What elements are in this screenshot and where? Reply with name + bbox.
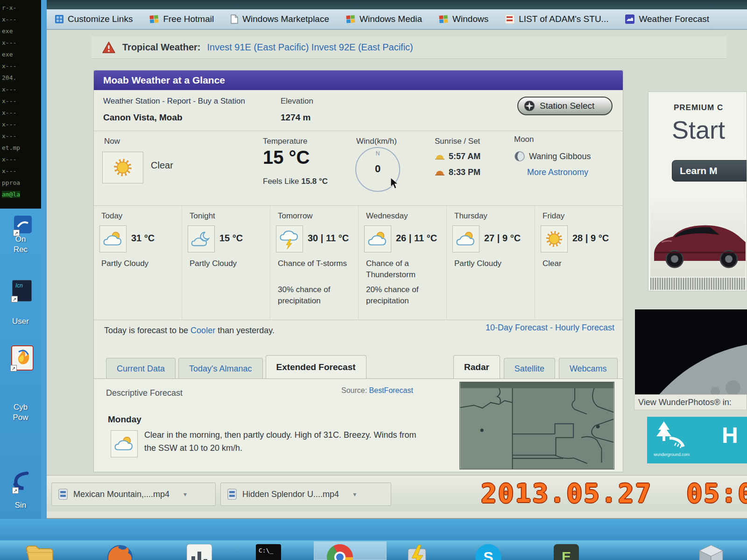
sunny-icon [113, 157, 133, 178]
card-title: Moab Weather at a Glance [94, 70, 623, 90]
desktop-icon-user[interactable]: Icn ↗ [12, 280, 32, 301]
descriptive-forecast-label: Descriptive Forecast [106, 388, 183, 398]
moon-phase-row: Waning Gibbous [514, 151, 591, 162]
station-links[interactable]: Weather Station - Report - Buy a Station [103, 97, 245, 106]
bookmark-list-of-adams[interactable]: LIST of ADAM's STU... [505, 14, 608, 24]
premium-ad-panel: PREMIUM C Start Learn M [648, 91, 747, 291]
alert-storm-links[interactable]: Invest 91E (East Pacific) Invest 92E (Ea… [207, 42, 413, 53]
windows-flag-icon [346, 14, 355, 24]
partly-cloudy-night-icon [188, 225, 215, 252]
utility-lightning-icon[interactable] [405, 544, 429, 560]
desktop-icon-onrec[interactable]: ↗ [14, 216, 32, 235]
forecast-links: 10-Day Forecast - Hourly Forecast [486, 323, 614, 333]
terminal-window[interactable]: r-x- x--- exe x--- exe x--- 204. x--- x-… [0, 0, 41, 209]
radar-map[interactable] [459, 382, 614, 469]
forecast-cell-tonight[interactable]: Tonight 15 °C Partly Cloudy [182, 206, 270, 320]
station-select-button[interactable]: Station Select [517, 97, 613, 115]
wunderground-logo-icon [654, 420, 688, 449]
current-temperature: 15 °C [263, 147, 310, 168]
cube-app-icon[interactable] [698, 544, 724, 560]
moon-phase-text: Waning Gibbous [529, 152, 591, 161]
terminal-icon[interactable]: C:\_ [256, 544, 281, 560]
firefox-icon[interactable] [106, 544, 134, 560]
wunderground-favicon [625, 14, 634, 24]
wunderground-ad[interactable]: wunderground.com H [647, 417, 747, 463]
partly-cloudy-day-icon [364, 225, 391, 252]
learn-more-button[interactable]: Learn M [672, 160, 747, 182]
cooler-link[interactable]: Cooler [190, 326, 215, 335]
terminal-prompt: am@la [2, 191, 20, 198]
moon-label: Moon [514, 135, 534, 144]
bookmark-windows-marketplace[interactable]: Windows Marketplace [231, 14, 329, 24]
view-wunderphotos-link[interactable]: View WunderPhotos® in: [634, 394, 747, 410]
wind-value: 0 [356, 163, 399, 175]
bookmark-free-hotmail[interactable]: Free Hotmail [149, 14, 214, 24]
bookmark-customize-links[interactable]: Customize Links [55, 14, 133, 24]
current-conditions: Now Clear Temperature 15 °C Feels Like 1… [94, 131, 623, 206]
descriptive-forecast-text: Clear in the morning, then partly cloudy… [144, 428, 420, 455]
browser-toolbar-edge [47, 0, 747, 9]
wunderphoto-moon-image[interactable] [635, 309, 747, 394]
desktop-icon-label[interactable]: On Rec [0, 234, 41, 255]
forecast-day-heading: Monday [108, 414, 141, 425]
wunderground-logo-text: wunderground.com [654, 452, 690, 457]
warning-icon [102, 41, 116, 54]
desktop-icon-label[interactable]: User [0, 316, 41, 327]
wind-label: Wind(km/h) [356, 137, 397, 146]
bookmark-weather-forecast[interactable]: Weather Forecast [625, 14, 709, 24]
windows-flag-icon [149, 14, 159, 24]
tab-webcams[interactable]: Webcams [559, 358, 618, 378]
folder-icon[interactable] [26, 544, 54, 560]
current-condition-iconbox [102, 152, 143, 183]
alert-label: Tropical Weather: [122, 42, 200, 53]
bookmark-windows-media[interactable]: Windows Media [346, 14, 422, 24]
sunrise-row: 5:57 AM [435, 152, 480, 161]
ten-day-forecast-link[interactable]: 10-Day Forecast [486, 323, 548, 332]
video-file-icon [227, 489, 237, 500]
shortcut-arrow-icon: ↗ [11, 296, 18, 302]
page-icon [231, 14, 238, 24]
elevation-value: 1274 m [281, 112, 310, 123]
download-item[interactable]: Hidden Splendor U....mp4 [220, 483, 391, 506]
wind-direction: N [356, 150, 399, 157]
tab-todays-almanac[interactable]: Today's Almanac [178, 358, 263, 378]
sunrise-time: 5:57 AM [449, 152, 480, 161]
evernote-icon[interactable]: E [554, 544, 579, 560]
chevron-down-icon[interactable] [353, 490, 356, 498]
desktop-icon-cyberpower[interactable]: ↗ [11, 345, 34, 371]
sunrise-set-label: Sunrise / Set [435, 137, 480, 146]
windows-flag-icon [439, 14, 448, 24]
desktop-icon-label[interactable]: Cyb Pow [0, 402, 41, 423]
hourly-forecast-link[interactable]: Hourly Forecast [555, 323, 614, 332]
tab-satellite[interactable]: Satellite [504, 358, 555, 378]
bookmark-windows[interactable]: Windows [439, 14, 488, 24]
bestforecast-link[interactable]: BestForecast [369, 386, 413, 394]
elevation-label: Elevation [281, 97, 313, 106]
browser-window-border [41, 0, 47, 519]
tab-extended-forecast[interactable]: Extended Forecast [266, 355, 366, 378]
forecast-cell-today[interactable]: Today 31 °C Partly Cloudy [94, 206, 182, 320]
forecast-cell-friday[interactable]: Friday 28 | 9 °C Clear [535, 206, 623, 320]
desktop-icon-label[interactable]: Sin [0, 500, 41, 511]
forecast-summary: Today is forecast to be Cooler than yest… [94, 320, 623, 342]
the-adam-favicon [505, 14, 514, 24]
tropical-weather-alert: Tropical Weather: Invest 91E (East Pacif… [92, 36, 726, 59]
tab-strip: Current Data Today's Almanac Extended Fo… [94, 342, 623, 378]
compass-icon [524, 100, 535, 112]
tab-current-data[interactable]: Current Data [106, 358, 176, 378]
forecast-cell-wednesday[interactable]: Wednesday 26 | 11 °C Chance of a Thunder… [359, 206, 447, 320]
terminal-output: r-x- x--- exe x--- exe x--- 204. x--- x-… [2, 4, 20, 186]
chevron-down-icon[interactable] [183, 490, 187, 498]
car-photo [650, 197, 746, 277]
forecast-cell-tomorrow[interactable]: Tomorrow 30 | 11 °C Chance of T-storms 3… [270, 206, 359, 320]
temperature-label: Temperature [263, 137, 307, 146]
extended-forecast-panel: Descriptive Forecast Source: BestForecas… [94, 378, 623, 472]
chart-app-icon[interactable] [187, 544, 212, 560]
more-astronomy-link[interactable]: More Astronomy [527, 168, 588, 177]
forecast-cell-thursday[interactable]: Thursday 27 | 9 °C Partly Cloudy [447, 206, 535, 320]
download-item[interactable]: Mexican Mountain,....mp4 [51, 483, 216, 506]
tab-radar[interactable]: Radar [453, 355, 500, 378]
shortcut-arrow-icon: ↗ [10, 365, 17, 371]
desktop-icon-sin[interactable]: ↗ [13, 469, 32, 493]
premium-label: PREMIUM C [674, 103, 723, 112]
